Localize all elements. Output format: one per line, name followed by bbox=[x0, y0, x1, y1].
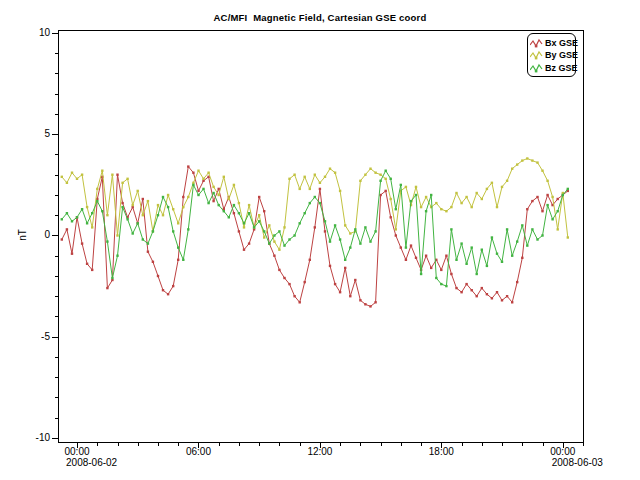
data-point-marker bbox=[304, 176, 306, 178]
data-point-marker bbox=[293, 174, 295, 176]
data-point-marker bbox=[81, 242, 83, 244]
data-point-marker bbox=[415, 186, 417, 188]
data-point-marker bbox=[511, 168, 513, 170]
data-point-marker bbox=[309, 259, 311, 261]
x-tick-label: 06:00 bbox=[176, 446, 220, 458]
data-point-marker bbox=[486, 293, 488, 295]
data-point-marker bbox=[248, 242, 250, 244]
magnetic-field-chart: AC/MFI Magnetic Field, Cartesian GSE coo… bbox=[0, 0, 640, 480]
data-point-marker bbox=[202, 188, 204, 190]
data-point-marker bbox=[71, 172, 73, 174]
data-point-marker bbox=[420, 206, 422, 208]
data-point-marker bbox=[71, 253, 73, 255]
data-point-marker bbox=[450, 206, 452, 208]
data-point-marker bbox=[299, 222, 301, 224]
data-point-marker bbox=[207, 202, 209, 204]
data-point-marker bbox=[268, 224, 270, 226]
data-point-marker bbox=[207, 172, 209, 174]
data-point-marker bbox=[218, 188, 220, 190]
data-point-marker bbox=[506, 228, 508, 230]
data-point-marker bbox=[61, 218, 63, 220]
data-point-marker bbox=[152, 261, 154, 263]
data-point-marker bbox=[147, 242, 149, 244]
data-point-marker bbox=[374, 301, 376, 303]
data-point-marker bbox=[425, 255, 427, 257]
data-point-marker bbox=[536, 238, 538, 240]
data-point-marker bbox=[445, 210, 447, 212]
data-point-marker bbox=[66, 182, 68, 184]
data-point-marker bbox=[263, 210, 265, 212]
data-point-marker bbox=[263, 230, 265, 232]
data-point-marker bbox=[390, 178, 392, 180]
data-point-marker bbox=[455, 192, 457, 194]
data-point-marker bbox=[71, 220, 73, 222]
data-point-marker bbox=[76, 216, 78, 218]
data-point-marker bbox=[324, 176, 326, 178]
data-point-marker bbox=[278, 269, 280, 271]
data-point-marker bbox=[212, 200, 214, 202]
data-point-marker bbox=[283, 244, 285, 246]
data-point-marker bbox=[405, 246, 407, 248]
data-point-marker bbox=[187, 196, 189, 198]
data-point-marker bbox=[187, 228, 189, 230]
data-point-marker bbox=[218, 204, 220, 206]
data-point-marker bbox=[506, 180, 508, 182]
data-point-marker bbox=[126, 218, 128, 220]
data-point-marker bbox=[132, 204, 134, 206]
data-point-marker bbox=[395, 234, 397, 236]
data-point-marker bbox=[218, 194, 220, 196]
data-point-marker bbox=[273, 255, 275, 257]
data-point-marker bbox=[546, 204, 548, 206]
data-point-marker bbox=[541, 170, 543, 172]
data-point-marker bbox=[238, 212, 240, 214]
data-point-marker bbox=[106, 287, 108, 289]
data-point-marker bbox=[238, 230, 240, 232]
data-point-marker bbox=[481, 249, 483, 251]
legend-item-bx: Bx GSE bbox=[530, 38, 573, 48]
data-point-marker bbox=[516, 163, 518, 165]
data-point-marker bbox=[116, 234, 118, 236]
data-point-marker bbox=[460, 291, 462, 293]
data-point-marker bbox=[314, 174, 316, 176]
data-point-marker bbox=[101, 210, 103, 212]
data-point-marker bbox=[379, 180, 381, 182]
plot-frame bbox=[59, 31, 584, 443]
data-point-marker bbox=[61, 238, 63, 240]
data-point-marker bbox=[233, 184, 235, 186]
data-point-marker bbox=[248, 204, 250, 206]
data-point-marker bbox=[526, 157, 528, 159]
data-point-marker bbox=[258, 196, 260, 198]
data-point-marker bbox=[425, 210, 427, 212]
data-point-marker bbox=[197, 194, 199, 196]
data-point-marker bbox=[212, 192, 214, 194]
data-point-marker bbox=[334, 283, 336, 285]
data-point-marker bbox=[167, 206, 169, 208]
data-point-marker bbox=[66, 228, 68, 230]
data-point-marker bbox=[440, 269, 442, 271]
data-point-marker bbox=[167, 194, 169, 196]
data-point-marker bbox=[562, 194, 564, 196]
data-point-marker bbox=[440, 283, 442, 285]
data-point-marker bbox=[142, 238, 144, 240]
data-point-marker bbox=[233, 204, 235, 206]
data-point-marker bbox=[319, 182, 321, 184]
data-point-marker bbox=[334, 172, 336, 174]
data-point-marker bbox=[91, 226, 93, 228]
data-point-marker bbox=[142, 198, 144, 200]
data-point-marker bbox=[501, 186, 503, 188]
data-point-marker bbox=[471, 246, 473, 248]
data-point-marker bbox=[410, 200, 412, 202]
data-point-marker bbox=[96, 200, 98, 202]
data-point-marker bbox=[132, 232, 134, 234]
data-point-marker bbox=[86, 263, 88, 265]
data-point-marker bbox=[126, 178, 128, 180]
data-point-marker bbox=[481, 287, 483, 289]
data-point-marker bbox=[167, 293, 169, 295]
data-point-marker bbox=[147, 251, 149, 253]
data-point-marker bbox=[491, 297, 493, 299]
data-point-marker bbox=[86, 206, 88, 208]
data-point-marker bbox=[526, 244, 528, 246]
data-point-marker bbox=[551, 196, 553, 198]
data-point-marker bbox=[516, 240, 518, 242]
data-point-marker bbox=[86, 222, 88, 224]
